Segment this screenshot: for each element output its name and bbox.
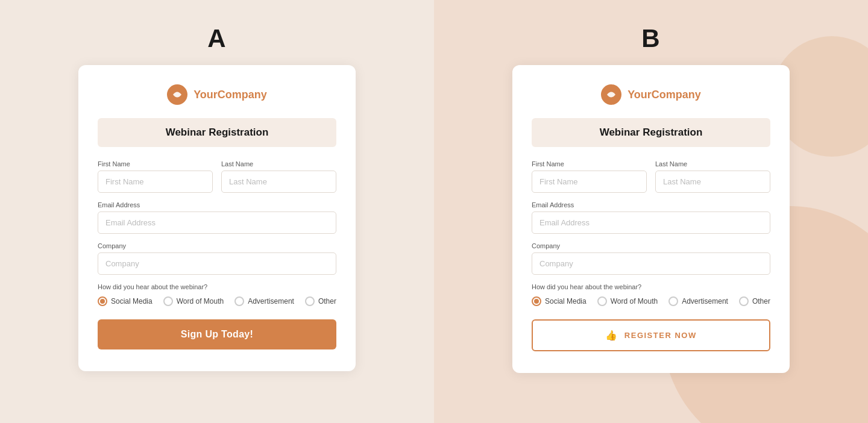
last-name-group-a: Last Name — [221, 160, 336, 193]
first-name-input-a[interactable] — [98, 171, 213, 193]
thumb-icon: 👍 — [605, 330, 618, 341]
radio-word-of-mouth-b[interactable]: Word of Mouth — [597, 296, 658, 306]
radio-dot-social-a — [98, 296, 107, 306]
name-row-b: First Name Last Name — [532, 160, 770, 193]
form-title-bar-b: Webinar Registration — [532, 118, 770, 147]
radio-label-social-a: Social Media — [111, 297, 153, 306]
radio-other-a[interactable]: Other — [305, 296, 336, 306]
radio-social-media-a[interactable]: Social Media — [98, 296, 153, 306]
first-name-group-a: First Name — [98, 160, 213, 193]
email-label-b: Email Address — [532, 201, 770, 208]
radio-label-social-b: Social Media — [545, 297, 587, 306]
last-name-input-b[interactable] — [655, 171, 770, 193]
register-button-b[interactable]: 👍 REGISTER NOW — [532, 319, 770, 351]
email-label-a: Email Address — [98, 201, 336, 208]
company-label-b: Company — [532, 242, 770, 249]
panel-a: A YourCompany Webinar Registration First… — [0, 0, 434, 423]
radio-dot-wom-b — [597, 296, 607, 306]
form-title-b: Webinar Registration — [600, 127, 703, 138]
email-input-a[interactable] — [98, 212, 336, 234]
signup-button-a[interactable]: Sign Up Today! — [98, 319, 336, 349]
email-input-b[interactable] — [532, 212, 770, 234]
company-group-b: Company — [532, 242, 770, 275]
company-input-a[interactable] — [98, 252, 336, 275]
company-group-a: Company — [98, 242, 336, 275]
radio-advertisement-a[interactable]: Advertisement — [234, 296, 294, 306]
radio-group-b: Social Media Word of Mouth Advertisement… — [532, 296, 770, 306]
email-group-b: Email Address — [532, 201, 770, 234]
first-name-label-b: First Name — [532, 160, 647, 168]
form-card-a: YourCompany Webinar Registration First N… — [78, 65, 356, 371]
logo-icon-a — [167, 84, 187, 105]
radio-dot-other-a — [305, 296, 315, 306]
radio-dot-social-b — [532, 296, 541, 306]
variant-label-a: A — [207, 24, 226, 53]
radio-label-other-b: Other — [752, 297, 770, 306]
radio-question-a: How did you hear about the webinar? — [98, 283, 336, 290]
logo-text-b: YourCompany — [627, 89, 701, 101]
variant-label-b: B — [641, 24, 660, 53]
register-button-label-b: REGISTER NOW — [624, 331, 697, 340]
radio-dot-wom-a — [163, 296, 173, 306]
last-name-group-b: Last Name — [655, 160, 770, 193]
radio-dot-ad-b — [668, 296, 678, 306]
form-title-a: Webinar Registration — [166, 127, 269, 138]
logo-area-b: YourCompany — [532, 84, 770, 105]
radio-question-b: How did you hear about the webinar? — [532, 283, 770, 290]
email-group-a: Email Address — [98, 201, 336, 234]
logo-text-a: YourCompany — [193, 89, 267, 101]
radio-label-ad-b: Advertisement — [682, 297, 728, 306]
panel-b: B YourCompany Webinar Registration First… — [434, 0, 868, 423]
first-name-input-b[interactable] — [532, 171, 647, 193]
last-name-label-b: Last Name — [655, 160, 770, 168]
radio-section-a: How did you hear about the webinar? Soci… — [98, 283, 336, 306]
radio-dot-ad-a — [234, 296, 244, 306]
radio-word-of-mouth-a[interactable]: Word of Mouth — [163, 296, 224, 306]
last-name-input-a[interactable] — [221, 171, 336, 193]
radio-dot-other-b — [739, 296, 749, 306]
name-row-a: First Name Last Name — [98, 160, 336, 193]
form-title-bar-a: Webinar Registration — [98, 118, 336, 147]
first-name-group-b: First Name — [532, 160, 647, 193]
radio-label-ad-a: Advertisement — [248, 297, 294, 306]
radio-label-wom-b: Word of Mouth — [611, 297, 658, 306]
radio-group-a: Social Media Word of Mouth Advertisement… — [98, 296, 336, 306]
company-input-b[interactable] — [532, 252, 770, 275]
logo-area-a: YourCompany — [98, 84, 336, 105]
radio-label-wom-a: Word of Mouth — [177, 297, 224, 306]
radio-label-other-a: Other — [318, 297, 336, 306]
form-card-b: YourCompany Webinar Registration First N… — [512, 65, 790, 373]
company-label-a: Company — [98, 242, 336, 249]
radio-section-b: How did you hear about the webinar? Soci… — [532, 283, 770, 306]
radio-other-b[interactable]: Other — [739, 296, 770, 306]
first-name-label-a: First Name — [98, 160, 213, 168]
radio-social-media-b[interactable]: Social Media — [532, 296, 587, 306]
radio-advertisement-b[interactable]: Advertisement — [668, 296, 728, 306]
logo-icon-b — [601, 84, 621, 105]
last-name-label-a: Last Name — [221, 160, 336, 168]
